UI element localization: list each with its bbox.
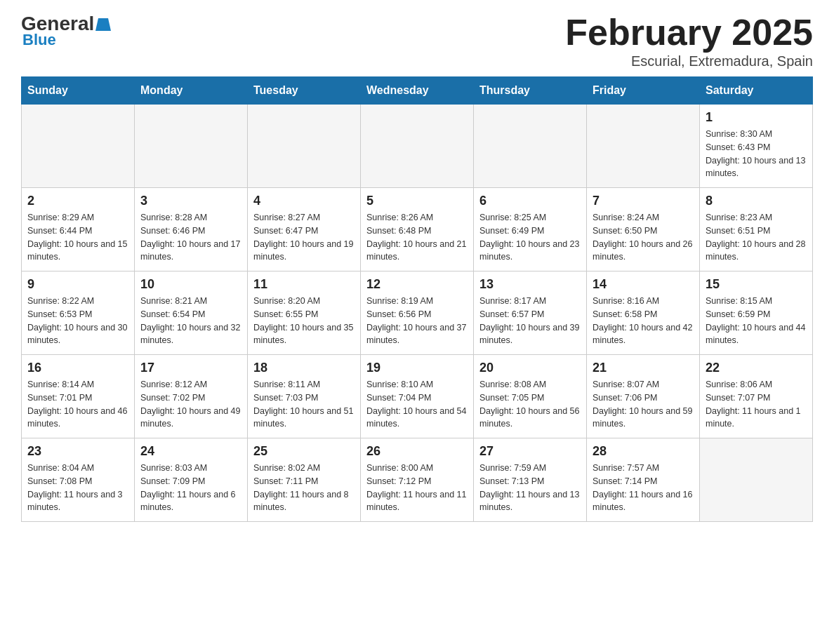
- svg-marker-0: [95, 18, 111, 31]
- day-number: 17: [140, 361, 241, 375]
- calendar-cell: 5Sunrise: 8:26 AMSunset: 6:48 PMDaylight…: [361, 188, 474, 271]
- day-detail: Sunrise: 8:30 AMSunset: 6:43 PMDaylight:…: [706, 128, 807, 180]
- day-number: 23: [27, 444, 128, 459]
- title-area: February 2025 Escurial, Extremadura, Spa…: [565, 14, 813, 69]
- day-number: 15: [706, 277, 807, 292]
- day-number: 21: [593, 361, 694, 375]
- day-detail: Sunrise: 7:57 AMSunset: 7:14 PMDaylight:…: [593, 462, 694, 514]
- calendar-cell: 12Sunrise: 8:19 AMSunset: 6:56 PMDayligh…: [361, 271, 474, 355]
- calendar-cell: 15Sunrise: 8:15 AMSunset: 6:59 PMDayligh…: [700, 271, 813, 355]
- month-title: February 2025: [565, 14, 813, 51]
- day-detail: Sunrise: 8:20 AMSunset: 6:55 PMDaylight:…: [253, 295, 355, 347]
- day-number: 26: [366, 444, 468, 459]
- calendar-header-wednesday: Wednesday: [361, 77, 474, 105]
- calendar-header-thursday: Thursday: [474, 77, 587, 105]
- day-number: 24: [140, 444, 241, 459]
- day-detail: Sunrise: 8:12 AMSunset: 7:02 PMDaylight:…: [140, 378, 241, 431]
- calendar-cell: 1Sunrise: 8:30 AMSunset: 6:43 PMDaylight…: [700, 105, 813, 188]
- day-number: 14: [593, 277, 694, 292]
- day-number: 19: [366, 361, 468, 375]
- calendar-header-row: SundayMondayTuesdayWednesdayThursdayFrid…: [22, 77, 813, 105]
- calendar-cell: 24Sunrise: 8:03 AMSunset: 7:09 PMDayligh…: [135, 438, 248, 522]
- location: Escurial, Extremadura, Spain: [565, 53, 813, 69]
- calendar-cell: 13Sunrise: 8:17 AMSunset: 6:57 PMDayligh…: [474, 271, 587, 355]
- day-number: 13: [479, 277, 581, 292]
- day-number: 3: [140, 194, 241, 208]
- day-detail: Sunrise: 8:04 AMSunset: 7:08 PMDaylight:…: [27, 462, 128, 514]
- day-detail: Sunrise: 8:17 AMSunset: 6:57 PMDaylight:…: [479, 295, 581, 347]
- calendar-cell: 16Sunrise: 8:14 AMSunset: 7:01 PMDayligh…: [22, 355, 135, 438]
- day-detail: Sunrise: 8:21 AMSunset: 6:54 PMDaylight:…: [140, 295, 241, 347]
- calendar-cell: 27Sunrise: 7:59 AMSunset: 7:13 PMDayligh…: [474, 438, 587, 522]
- day-number: 7: [593, 194, 694, 208]
- day-number: 16: [27, 361, 128, 375]
- calendar-cell: 8Sunrise: 8:23 AMSunset: 6:51 PMDaylight…: [700, 188, 813, 271]
- day-detail: Sunrise: 8:28 AMSunset: 6:46 PMDaylight:…: [140, 211, 241, 264]
- day-detail: Sunrise: 8:00 AMSunset: 7:12 PMDaylight:…: [366, 462, 468, 514]
- day-number: 22: [706, 361, 807, 375]
- day-number: 12: [366, 277, 468, 292]
- logo-triangle-icon: [94, 17, 111, 31]
- calendar-cell: [361, 105, 474, 188]
- day-number: 1: [706, 110, 807, 125]
- day-number: 9: [27, 277, 128, 292]
- calendar-cell: 11Sunrise: 8:20 AMSunset: 6:55 PMDayligh…: [248, 271, 361, 355]
- calendar-week-row: 2Sunrise: 8:29 AMSunset: 6:44 PMDaylight…: [22, 188, 813, 271]
- calendar-cell: 23Sunrise: 8:04 AMSunset: 7:08 PMDayligh…: [22, 438, 135, 522]
- calendar-cell: [135, 105, 248, 188]
- calendar-cell: [587, 105, 700, 188]
- calendar-week-row: 23Sunrise: 8:04 AMSunset: 7:08 PMDayligh…: [22, 438, 813, 522]
- calendar-cell: 26Sunrise: 8:00 AMSunset: 7:12 PMDayligh…: [361, 438, 474, 522]
- day-detail: Sunrise: 8:03 AMSunset: 7:09 PMDaylight:…: [140, 462, 241, 514]
- calendar-header-tuesday: Tuesday: [248, 77, 361, 105]
- calendar-cell: 25Sunrise: 8:02 AMSunset: 7:11 PMDayligh…: [248, 438, 361, 522]
- day-detail: Sunrise: 8:23 AMSunset: 6:51 PMDaylight:…: [706, 211, 807, 264]
- calendar-cell: 17Sunrise: 8:12 AMSunset: 7:02 PMDayligh…: [135, 355, 248, 438]
- calendar-cell: [22, 105, 135, 188]
- day-detail: Sunrise: 8:24 AMSunset: 6:50 PMDaylight:…: [593, 211, 694, 264]
- calendar-cell: 22Sunrise: 8:06 AMSunset: 7:07 PMDayligh…: [700, 355, 813, 438]
- calendar-cell: 10Sunrise: 8:21 AMSunset: 6:54 PMDayligh…: [135, 271, 248, 355]
- day-detail: Sunrise: 8:14 AMSunset: 7:01 PMDaylight:…: [27, 378, 128, 431]
- calendar-cell: 3Sunrise: 8:28 AMSunset: 6:46 PMDaylight…: [135, 188, 248, 271]
- calendar-cell: 28Sunrise: 7:57 AMSunset: 7:14 PMDayligh…: [587, 438, 700, 522]
- calendar-cell: [700, 438, 813, 522]
- calendar-cell: [248, 105, 361, 188]
- calendar-cell: 6Sunrise: 8:25 AMSunset: 6:49 PMDaylight…: [474, 188, 587, 271]
- day-detail: Sunrise: 8:11 AMSunset: 7:03 PMDaylight:…: [253, 378, 355, 431]
- calendar-header-sunday: Sunday: [22, 77, 135, 105]
- day-detail: Sunrise: 8:26 AMSunset: 6:48 PMDaylight:…: [366, 211, 468, 264]
- day-number: 20: [479, 361, 581, 375]
- day-number: 8: [706, 194, 807, 208]
- day-number: 28: [593, 444, 694, 459]
- day-number: 18: [253, 361, 355, 375]
- day-number: 25: [253, 444, 355, 459]
- calendar-week-row: 16Sunrise: 8:14 AMSunset: 7:01 PMDayligh…: [22, 355, 813, 438]
- calendar-cell: 21Sunrise: 8:07 AMSunset: 7:06 PMDayligh…: [587, 355, 700, 438]
- calendar-table: SundayMondayTuesdayWednesdayThursdayFrid…: [21, 76, 813, 522]
- calendar-cell: [474, 105, 587, 188]
- calendar-cell: 14Sunrise: 8:16 AMSunset: 6:58 PMDayligh…: [587, 271, 700, 355]
- day-detail: Sunrise: 8:16 AMSunset: 6:58 PMDaylight:…: [593, 295, 694, 347]
- day-detail: Sunrise: 8:19 AMSunset: 6:56 PMDaylight:…: [366, 295, 468, 347]
- logo: General Blue: [21, 14, 111, 49]
- day-number: 6: [479, 194, 581, 208]
- day-number: 4: [253, 194, 355, 208]
- day-number: 2: [27, 194, 128, 208]
- calendar-week-row: 1Sunrise: 8:30 AMSunset: 6:43 PMDaylight…: [22, 105, 813, 188]
- day-detail: Sunrise: 8:10 AMSunset: 7:04 PMDaylight:…: [366, 378, 468, 431]
- day-number: 5: [366, 194, 468, 208]
- calendar-cell: 7Sunrise: 8:24 AMSunset: 6:50 PMDaylight…: [587, 188, 700, 271]
- calendar-header-friday: Friday: [587, 77, 700, 105]
- logo-blue-text: Blue: [21, 31, 56, 49]
- page-header: General Blue February 2025 Escurial, Ext…: [21, 14, 813, 69]
- calendar-cell: 2Sunrise: 8:29 AMSunset: 6:44 PMDaylight…: [22, 188, 135, 271]
- day-number: 11: [253, 277, 355, 292]
- calendar-cell: 9Sunrise: 8:22 AMSunset: 6:53 PMDaylight…: [22, 271, 135, 355]
- day-detail: Sunrise: 8:27 AMSunset: 6:47 PMDaylight:…: [253, 211, 355, 264]
- day-detail: Sunrise: 8:15 AMSunset: 6:59 PMDaylight:…: [706, 295, 807, 347]
- day-detail: Sunrise: 8:25 AMSunset: 6:49 PMDaylight:…: [479, 211, 581, 264]
- calendar-cell: 19Sunrise: 8:10 AMSunset: 7:04 PMDayligh…: [361, 355, 474, 438]
- day-detail: Sunrise: 8:29 AMSunset: 6:44 PMDaylight:…: [27, 211, 128, 264]
- day-number: 27: [479, 444, 581, 459]
